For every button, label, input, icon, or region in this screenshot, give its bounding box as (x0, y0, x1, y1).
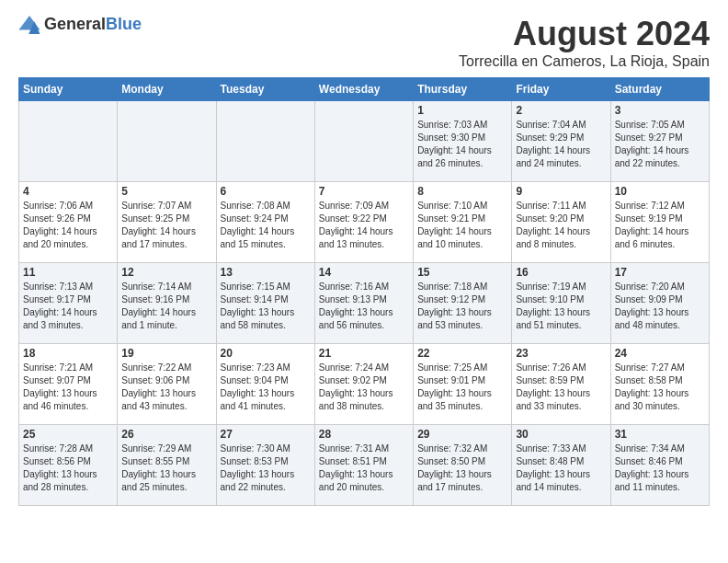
day-number: 21 (319, 347, 409, 360)
calendar-cell: 30Sunrise: 7:33 AM Sunset: 8:48 PM Dayli… (512, 425, 610, 506)
calendar-cell (216, 101, 314, 182)
day-info: Sunrise: 7:04 AM Sunset: 9:29 PM Dayligh… (516, 119, 606, 170)
calendar-cell: 21Sunrise: 7:24 AM Sunset: 9:02 PM Dayli… (314, 344, 413, 425)
day-number: 22 (417, 347, 507, 360)
day-header-wednesday: Wednesday (314, 78, 413, 101)
day-info: Sunrise: 7:03 AM Sunset: 9:30 PM Dayligh… (417, 119, 507, 170)
day-info: Sunrise: 7:05 AM Sunset: 9:27 PM Dayligh… (615, 119, 705, 170)
calendar-cell: 14Sunrise: 7:16 AM Sunset: 9:13 PM Dayli… (314, 263, 413, 344)
day-number: 9 (516, 185, 606, 198)
calendar-cell: 11Sunrise: 7:13 AM Sunset: 9:17 PM Dayli… (19, 263, 118, 344)
logo-icon (18, 16, 40, 34)
calendar-cell: 24Sunrise: 7:27 AM Sunset: 8:58 PM Dayli… (610, 344, 709, 425)
title-area: August 2024 Torrecilla en Cameros, La Ri… (459, 15, 710, 70)
day-header-monday: Monday (118, 78, 216, 101)
day-header-sunday: Sunday (19, 78, 118, 101)
day-info: Sunrise: 7:11 AM Sunset: 9:20 PM Dayligh… (516, 200, 606, 251)
day-info: Sunrise: 7:19 AM Sunset: 9:10 PM Dayligh… (516, 281, 606, 332)
calendar-cell: 27Sunrise: 7:30 AM Sunset: 8:53 PM Dayli… (216, 425, 314, 506)
calendar-cell: 12Sunrise: 7:14 AM Sunset: 9:16 PM Dayli… (118, 263, 216, 344)
day-number: 11 (23, 266, 113, 279)
day-number: 16 (516, 266, 606, 279)
day-number: 2 (516, 104, 606, 117)
day-number: 30 (516, 428, 606, 441)
day-info: Sunrise: 7:09 AM Sunset: 9:22 PM Dayligh… (319, 200, 409, 251)
day-number: 15 (417, 266, 507, 279)
calendar-cell: 23Sunrise: 7:26 AM Sunset: 8:59 PM Dayli… (512, 344, 610, 425)
calendar-cell: 20Sunrise: 7:23 AM Sunset: 9:04 PM Dayli… (216, 344, 314, 425)
calendar-cell: 2Sunrise: 7:04 AM Sunset: 9:29 PM Daylig… (512, 101, 610, 182)
day-info: Sunrise: 7:24 AM Sunset: 9:02 PM Dayligh… (319, 362, 409, 413)
day-number: 10 (615, 185, 705, 198)
day-number: 6 (221, 185, 311, 198)
day-info: Sunrise: 7:23 AM Sunset: 9:04 PM Dayligh… (221, 362, 311, 413)
day-info: Sunrise: 7:18 AM Sunset: 9:12 PM Dayligh… (417, 281, 507, 332)
day-number: 8 (417, 185, 507, 198)
day-info: Sunrise: 7:34 AM Sunset: 8:46 PM Dayligh… (615, 442, 705, 494)
calendar-cell: 6Sunrise: 7:08 AM Sunset: 9:24 PM Daylig… (216, 182, 314, 263)
week-row-3: 11Sunrise: 7:13 AM Sunset: 9:17 PM Dayli… (19, 263, 710, 344)
location: Torrecilla en Cameros, La Rioja, Spain (459, 53, 710, 70)
calendar-cell: 22Sunrise: 7:25 AM Sunset: 9:01 PM Dayli… (414, 344, 512, 425)
day-info: Sunrise: 7:25 AM Sunset: 9:01 PM Dayligh… (417, 362, 507, 413)
logo-blue: Blue (106, 15, 142, 33)
week-row-4: 18Sunrise: 7:21 AM Sunset: 9:07 PM Dayli… (19, 344, 710, 425)
day-number: 25 (23, 428, 113, 441)
day-header-friday: Friday (512, 78, 610, 101)
day-number: 27 (221, 428, 311, 441)
day-info: Sunrise: 7:26 AM Sunset: 8:59 PM Dayligh… (516, 362, 606, 413)
week-row-2: 4Sunrise: 7:06 AM Sunset: 9:26 PM Daylig… (19, 182, 710, 263)
day-info: Sunrise: 7:29 AM Sunset: 8:55 PM Dayligh… (121, 442, 211, 494)
calendar-cell: 25Sunrise: 7:28 AM Sunset: 8:56 PM Dayli… (19, 425, 118, 506)
day-number: 28 (319, 428, 409, 441)
day-info: Sunrise: 7:12 AM Sunset: 9:19 PM Dayligh… (615, 200, 705, 251)
day-info: Sunrise: 7:32 AM Sunset: 8:50 PM Dayligh… (417, 442, 507, 494)
calendar-cell: 19Sunrise: 7:22 AM Sunset: 9:06 PM Dayli… (118, 344, 216, 425)
day-info: Sunrise: 7:16 AM Sunset: 9:13 PM Dayligh… (319, 281, 409, 332)
day-number: 23 (516, 347, 606, 360)
day-number: 13 (221, 266, 311, 279)
header: GeneralBlue August 2024 Torrecilla en Ca… (18, 15, 710, 70)
calendar-cell: 15Sunrise: 7:18 AM Sunset: 9:12 PM Dayli… (414, 263, 512, 344)
day-number: 31 (615, 428, 705, 441)
day-info: Sunrise: 7:15 AM Sunset: 9:14 PM Dayligh… (221, 281, 311, 332)
day-info: Sunrise: 7:14 AM Sunset: 9:16 PM Dayligh… (121, 281, 211, 332)
calendar-cell: 18Sunrise: 7:21 AM Sunset: 9:07 PM Dayli… (19, 344, 118, 425)
day-number: 3 (615, 104, 705, 117)
day-number: 12 (121, 266, 211, 279)
calendar-table: SundayMondayTuesdayWednesdayThursdayFrid… (18, 77, 710, 506)
day-info: Sunrise: 7:28 AM Sunset: 8:56 PM Dayligh… (23, 442, 113, 494)
day-header-tuesday: Tuesday (216, 78, 314, 101)
day-number: 19 (121, 347, 211, 360)
calendar-cell: 28Sunrise: 7:31 AM Sunset: 8:51 PM Dayli… (314, 425, 413, 506)
logo-general: General (44, 15, 106, 33)
calendar-cell: 4Sunrise: 7:06 AM Sunset: 9:26 PM Daylig… (19, 182, 118, 263)
calendar-cell (118, 101, 216, 182)
month-year: August 2024 (459, 15, 710, 53)
calendar-cell: 1Sunrise: 7:03 AM Sunset: 9:30 PM Daylig… (414, 101, 512, 182)
day-header-saturday: Saturday (610, 78, 709, 101)
day-number: 17 (615, 266, 705, 279)
calendar-cell: 17Sunrise: 7:20 AM Sunset: 9:09 PM Dayli… (610, 263, 709, 344)
day-info: Sunrise: 7:30 AM Sunset: 8:53 PM Dayligh… (221, 442, 311, 494)
calendar-cell: 31Sunrise: 7:34 AM Sunset: 8:46 PM Dayli… (610, 425, 709, 506)
calendar-cell: 13Sunrise: 7:15 AM Sunset: 9:14 PM Dayli… (216, 263, 314, 344)
day-info: Sunrise: 7:33 AM Sunset: 8:48 PM Dayligh… (516, 442, 606, 494)
week-row-1: 1Sunrise: 7:03 AM Sunset: 9:30 PM Daylig… (19, 101, 710, 182)
calendar-cell: 7Sunrise: 7:09 AM Sunset: 9:22 PM Daylig… (314, 182, 413, 263)
day-info: Sunrise: 7:13 AM Sunset: 9:17 PM Dayligh… (23, 281, 113, 332)
day-number: 26 (121, 428, 211, 441)
day-info: Sunrise: 7:06 AM Sunset: 9:26 PM Dayligh… (23, 200, 113, 251)
day-number: 29 (417, 428, 507, 441)
calendar-cell: 9Sunrise: 7:11 AM Sunset: 9:20 PM Daylig… (512, 182, 610, 263)
day-number: 20 (221, 347, 311, 360)
day-info: Sunrise: 7:27 AM Sunset: 8:58 PM Dayligh… (615, 362, 705, 413)
day-info: Sunrise: 7:10 AM Sunset: 9:21 PM Dayligh… (417, 200, 507, 251)
day-number: 4 (23, 185, 113, 198)
day-info: Sunrise: 7:08 AM Sunset: 9:24 PM Dayligh… (221, 200, 311, 251)
calendar-cell: 29Sunrise: 7:32 AM Sunset: 8:50 PM Dayli… (414, 425, 512, 506)
calendar-cell: 16Sunrise: 7:19 AM Sunset: 9:10 PM Dayli… (512, 263, 610, 344)
calendar-cell: 3Sunrise: 7:05 AM Sunset: 9:27 PM Daylig… (610, 101, 709, 182)
logo: GeneralBlue (18, 15, 142, 34)
day-info: Sunrise: 7:22 AM Sunset: 9:06 PM Dayligh… (121, 362, 211, 413)
